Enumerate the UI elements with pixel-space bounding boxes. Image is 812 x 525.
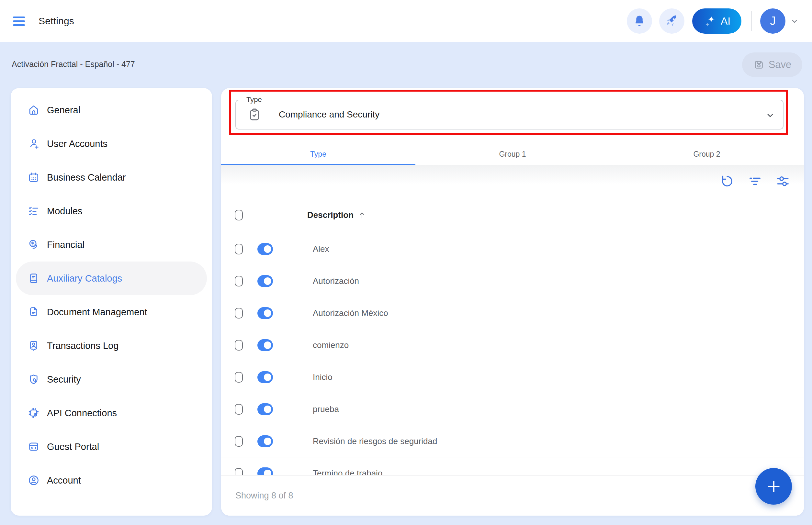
row-description: Termino de trabajo [313, 468, 382, 476]
sidebar-item-business-calendar[interactable]: Business Calendar [16, 161, 207, 194]
row-description: comienzo [313, 340, 349, 350]
person-circle-icon [28, 474, 40, 486]
checklist-icon [28, 205, 40, 217]
filter-icon [748, 174, 762, 189]
type-select-value: Compliance and Security [279, 109, 380, 120]
plus-icon [765, 478, 783, 495]
sidebar-item-general[interactable]: General [16, 93, 207, 127]
tab-type[interactable]: Type [221, 144, 415, 165]
catalog-book-icon [28, 272, 40, 285]
row-toggle[interactable] [257, 275, 273, 287]
bell-icon [632, 14, 647, 28]
app-root: Settings AI J [0, 0, 812, 525]
coin-icon [28, 239, 40, 251]
row-toggle[interactable] [257, 435, 273, 447]
tab-label: Type [310, 150, 326, 159]
tab-label: Group 2 [693, 150, 720, 159]
toggle-knob [264, 310, 271, 317]
whats-new-button[interactable] [659, 9, 684, 34]
chevron-down-icon[interactable] [789, 16, 800, 26]
table-row: comienzo [221, 329, 804, 361]
ai-button-label: AI [721, 15, 730, 27]
sidebar-item-user-accounts[interactable]: User Accounts [16, 127, 207, 161]
notifications-button[interactable] [627, 9, 652, 34]
ai-button[interactable]: AI [692, 9, 741, 34]
row-checkbox[interactable] [235, 372, 243, 382]
table-row: Inicio [221, 361, 804, 393]
row-description: Alex [313, 244, 329, 254]
select-all-checkbox[interactable] [235, 210, 243, 221]
type-select-label: Type [243, 95, 265, 104]
calendar-icon [28, 171, 40, 183]
tab-group-1[interactable]: Group 1 [415, 144, 610, 165]
tab-group-2[interactable]: Group 2 [610, 144, 804, 165]
row-checkbox[interactable] [235, 404, 243, 415]
toggle-knob [264, 470, 271, 475]
tune-sliders-icon [776, 174, 790, 189]
row-checkbox[interactable] [235, 244, 243, 254]
row-toggle[interactable] [257, 243, 273, 255]
row-checkbox[interactable] [235, 340, 243, 350]
sidebar-item-auxiliary-catalogs[interactable]: Auxiliary Catalogs [16, 261, 207, 295]
table-row: Autorización [221, 265, 804, 297]
filter-button[interactable] [748, 174, 763, 189]
row-description: Autorización México [313, 308, 388, 318]
toggle-knob [264, 245, 271, 253]
user-add-icon [28, 138, 40, 150]
row-checkbox[interactable] [235, 276, 243, 286]
row-description: Inicio [313, 372, 333, 382]
type-select[interactable]: Type Compliance and Security [235, 100, 783, 130]
column-header-description[interactable]: Description [307, 197, 367, 233]
refresh-icon [720, 174, 734, 189]
page-title: Settings [39, 16, 74, 27]
table-row: Termino de trabajo [221, 457, 804, 475]
add-button[interactable] [755, 468, 792, 505]
home-icon [28, 104, 40, 116]
row-toggle[interactable] [257, 307, 273, 319]
sidebar-item-security[interactable]: Security [16, 362, 207, 396]
toggle-knob [264, 438, 271, 445]
menu-icon [13, 16, 25, 18]
row-checkbox[interactable] [235, 436, 243, 447]
column-header-label: Description [307, 210, 354, 220]
table-body: Alex Autorización Autorización México co… [221, 233, 804, 475]
main-panel: Type Compliance and Security Type Group … [221, 88, 804, 515]
save-button[interactable]: Save [742, 52, 802, 77]
sparkle-icon [703, 14, 718, 28]
sidebar-menu: General User Accounts Business Calendar … [11, 88, 212, 502]
sidebar: General User Accounts Business Calendar … [11, 88, 212, 515]
sidebar-item-financial[interactable]: Financial [16, 228, 207, 261]
column-settings-button[interactable] [776, 174, 790, 189]
toggle-knob [264, 342, 271, 349]
table-row: Alex [221, 233, 804, 265]
row-toggle[interactable] [257, 339, 273, 351]
refresh-button[interactable] [720, 174, 735, 189]
row-description: Revisión de riesgos de seguridad [313, 436, 437, 446]
sidebar-item-api-connections[interactable]: API Connections [16, 396, 207, 430]
select-chevron-down-icon [765, 110, 776, 121]
sidebar-item-transactions-log[interactable]: Transactions Log [16, 329, 207, 362]
table-row: Autorización México [221, 297, 804, 329]
table-footer: Showing 8 of 8 [221, 475, 804, 515]
header-actions: AI J [620, 9, 800, 34]
sidebar-item-document-management[interactable]: Document Management [16, 295, 207, 329]
row-toggle[interactable] [257, 467, 273, 475]
row-checkbox[interactable] [235, 308, 243, 318]
browser-icon [28, 440, 40, 453]
shield-icon [28, 373, 40, 386]
menu-button[interactable] [13, 16, 25, 26]
row-description: prueba [313, 404, 339, 414]
row-checkbox[interactable] [235, 468, 243, 475]
id-badge-icon [28, 340, 40, 352]
sidebar-item-account[interactable]: Account [16, 464, 207, 497]
showing-count: Showing 8 of 8 [235, 491, 293, 501]
tab-label: Group 1 [499, 150, 526, 159]
save-label: Save [769, 59, 792, 71]
sidebar-item-modules[interactable]: Modules [16, 194, 207, 228]
row-toggle[interactable] [257, 371, 273, 383]
avatar[interactable]: J [760, 9, 785, 34]
clipboard-check-icon [247, 107, 262, 122]
row-toggle[interactable] [257, 403, 273, 415]
sidebar-item-guest-portal[interactable]: Guest Portal [16, 430, 207, 464]
sort-ascending-icon [357, 211, 367, 220]
